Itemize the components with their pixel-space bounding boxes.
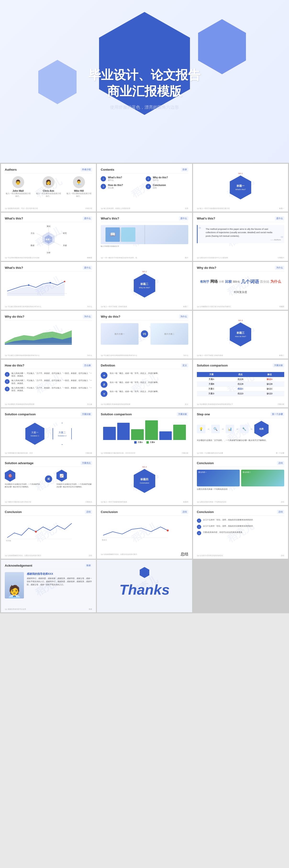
slide-tag-whats-book: 是什么 [179, 216, 188, 220]
legend-blue-box [134, 441, 137, 443]
footer-text-conclusion-wave1: 1yr 以线条图像展示结论，以图文结合的形式展示 [5, 554, 41, 557]
advantage-text-right: 华满进行行必要的文字说明，一个具体细节的解决步骤一般从有并且开文字解释的。 [57, 483, 92, 488]
solution-boxes: 方案一Solution 1 方案二Solution 2 [5, 423, 92, 445]
bar-legend: 方案A 方案B [101, 441, 188, 443]
slide-header-step-one: Step one 第一个步骤 [197, 412, 284, 418]
content-item-2: 2 Why do this? 为什么 [146, 176, 188, 182]
point-num-1: 1 [197, 519, 201, 523]
slide-header-solution-bar: Solution comparison 方案比较 [101, 412, 188, 418]
slide-why-hex: 稻壳儿 NO.2 标题二Why do this? 1yr 输入一些关于标题二的相… [97, 262, 192, 310]
footer-nav-authors: 作者介绍 [86, 207, 92, 210]
slide-tag-acknowledgement: 致谢 [85, 563, 92, 567]
footer-text-why-area: 1yr 可以建立过渡时间如前面来源的具体为什么 [5, 354, 39, 357]
vs-circle: VS [141, 330, 148, 338]
hex-title-2: 标题二Why do this? [134, 274, 155, 298]
slide-footer-contents: 1yr 输入具体说明，或者以上内容的目录 目录 [101, 207, 188, 210]
conclusion-photos: 重点内容一 重点内容二 [197, 470, 284, 487]
footer-nav-why-vs: 为什么 [183, 354, 188, 357]
slide-tag-solution-hexes: 方案比较 [81, 412, 92, 416]
line-chart [5, 274, 92, 296]
legend-green-label: 方案B [150, 441, 155, 443]
slide-footer-why-words: 1yr 以词频图的方式展示某方向的具体关键词汇 词频图 [197, 306, 284, 308]
footer-text-definition: 1yr 对步骤进行具体描述的具体说明或者 [101, 403, 130, 405]
or-circle: 或 [45, 475, 52, 483]
slide-acknowledgement: 稻壳儿 Acknowledgement 致谢 🧑‍💼 感谢我的指导老师XXX 感… [1, 560, 96, 612]
word-3: 分析 [219, 280, 224, 283]
footer-text-step-one: 1yr 对第一个步骤的最终总结与步骤 [197, 452, 223, 454]
thanks-hex-deco [140, 567, 149, 580]
word-2: 网络 [210, 279, 218, 284]
slide-footer-authors: 1yr 链接量具体说明：可以一页介绍作者介绍 作者介绍 [5, 207, 92, 210]
svg-text:方法: 方法 [31, 232, 34, 235]
conclusion-points: 1 从几个点来对「结论」说明，假如此结论能够来加来更多的 2 从几个点来对「结论… [197, 519, 284, 535]
slide-footer-why-chart: 1yr 可以建立图表来展示某来源的具体分布为什么 为什么 [5, 306, 92, 308]
def-item-beta: β 给出一组「概念」或者一组「符号」的定义，并进行解释。 [101, 381, 188, 388]
solution-hex-1: 方案一Solution 1 [25, 423, 44, 445]
footer-nav-conclusion-wave1: 总结 [89, 554, 92, 557]
legend-blue-label: 方案A [137, 441, 142, 443]
slide-why-vs: 稻壳儿 Why do this? 为什么 图片/方案一 VS 图片/方案二 1y… [97, 311, 192, 359]
slide-tag-definition: 定义 [181, 363, 188, 368]
slide-header-why-vs: Why do this? 为什么 [101, 314, 188, 320]
slide-step-one: 稻壳儿 Step one 第一个步骤 💡 → 🔍 → 📊 → 🔧 → 结果 对步… [193, 408, 288, 456]
slide-title-how-steps: How do this? [5, 364, 24, 367]
point-text-1: 从几个点来对「结论」说明，假如此结论能够来加来更多的 [203, 519, 253, 521]
step-arrow-3: → [236, 427, 238, 431]
conclusion-point-2: 2 从几个点来对「结论」说明，假如此结论能够来加来更多的 [197, 525, 284, 529]
vs-box-right: 图片/方案二 [151, 323, 188, 345]
authors-grid: 👨 John Wall 输入一些主要的信息或者介绍自己。 👩 Chris Ann… [5, 176, 92, 197]
footer-text-authors: 1yr 链接量具体说明：可以一页介绍作者介绍 [5, 207, 38, 210]
slide-tag-solution-bar: 方案比较 [177, 412, 188, 416]
conclusion-desc: 以图文的形式来做一个结构化的总结 [197, 488, 284, 491]
footer-nav-step-one: 第一个步骤 [276, 452, 284, 454]
slide-contents: 稻壳儿 Contents 目录 1 What's this? 是什么 2 Why… [97, 164, 192, 212]
slide-header-why-area: Why do this? 为什么 [5, 314, 92, 320]
slide-solution-hexes: 稻壳儿 Solution comparison 方案比较 方案一Solution… [1, 408, 96, 456]
thanks-text: Thanks [119, 582, 170, 598]
quote-mark-close: " [281, 235, 283, 243]
slide-conclusion-wave2: 稻壳儿 Conclusion 总结 数据点 1yr 以线条图像展示结论，以图文结… [97, 506, 192, 559]
svg-text:测试: 测试 [47, 225, 51, 227]
slide-header-how-steps: How do this? 怎么做 [5, 363, 92, 369]
point-num-2: 2 [197, 525, 201, 529]
slide-tag-solution-adv: 方案优点 [81, 461, 92, 465]
slide-why-hex3: 稻壳儿 NO.3 标题三How do this? 1yr 输入一些关于标题三的相… [193, 311, 288, 359]
content-text-3: How do this? 怎么做 [108, 184, 123, 189]
content-num-1: 1 [101, 176, 106, 182]
bar-3 [131, 429, 144, 440]
advantage-hex-right: 📈 [57, 470, 67, 482]
slide-footer-solution-hexes: 1yr 对两种解决方案的相对比较，并并 方案比较 [5, 452, 92, 454]
slide-tag-why-chart: 是什么 [83, 266, 92, 270]
step-arrow-4: → [250, 427, 253, 431]
word-5: 国际化 [233, 280, 240, 283]
advantage-text-left: 对步骤进行行必要的文字说明，一个具体细节的解决步骤一般从有开文字解释的。 [5, 483, 41, 488]
slide-tag-why-area: 为什么 [83, 314, 92, 319]
slide-footer-conclusion-wave2: 1yr 以线条图像展示结论，以图文结合的形式展示 总结 [101, 552, 188, 557]
table-row-c: 方案C 优点C 缺点C [197, 386, 284, 392]
def-text-gamma: 给出一组「概念」或者一组「符号」的定义，并进行解释。 [110, 390, 160, 393]
thanks-hex [140, 567, 149, 578]
hex-decoration-right [198, 19, 246, 74]
quote-author: ——Authors [201, 239, 281, 241]
step-num-1: 1 [5, 372, 9, 377]
slide-header-contents: Contents 目录 [101, 167, 188, 173]
author-john: 👨 John Wall 输入一些主要的信息或者介绍自己。 [5, 176, 31, 197]
footer-text-whats-web: 1yr 可以同时用图表来表示研究的重点方向目标 [5, 257, 39, 259]
author-avatar-mike: 👨‍💼 [73, 176, 85, 188]
hex-container-1: NO.1 标题一What's this? [230, 173, 251, 199]
slide-title-solution-table: Solution comparison [197, 364, 228, 367]
slide-tag-conclusion-wave1: 总结 [85, 510, 92, 514]
footer-nav-whats-web: 蜘蛛图 [87, 257, 92, 259]
slides-grid: 稻壳儿 Authors 作者介绍 👨 John Wall 输入一些主要的信息或者… [0, 163, 289, 613]
slide-solution-adv: 稻壳儿 Solution advantage 方案优点 🎯 对步骤进行行必要的文… [1, 457, 96, 505]
footer-text-acknowledgement: 1yr 感谢的具体内容可以这里 [5, 608, 26, 611]
advantage-hex-left: 🎯 [5, 470, 15, 482]
step-text-3: 输入具体步骤三，可以输入「几个字」来描述，也可以输入「一段话」来描述，也可以输入… [11, 386, 92, 392]
slide-footer-conclusion-wave1: 1yr 以线条图像展示结论，以图文结合的形式展示 总结 [5, 554, 92, 557]
slide-header-authors: Authors 作者介绍 [5, 167, 92, 173]
step-text-2: 输入具体步骤二，可以输入「几个字」来描述，也可以输入「一段话」来描述，也可以输入… [11, 379, 92, 384]
point-text-3: 方案3的具体内容，你也可以在这些来加来更多。 [203, 531, 244, 534]
content-item-1: 1 What's this? 是什么 [101, 176, 143, 182]
step-3: 3 输入具体步骤三，可以输入「几个字」来描述，也可以输入「一段话」来描述，也可以… [5, 386, 92, 392]
vs-box-left: 图片/方案一 [101, 323, 138, 345]
